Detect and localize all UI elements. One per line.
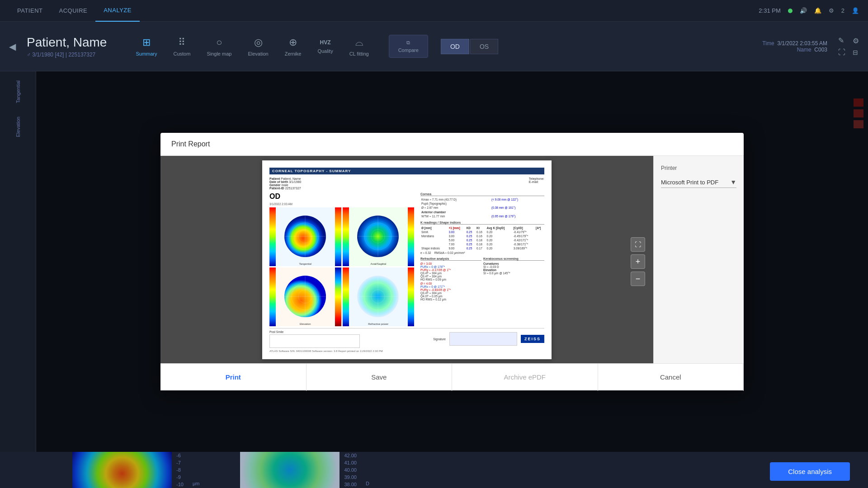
print-report-modal: Print Report CORNEAL TOPOGRAPHY - SUMMAR… — [160, 133, 744, 390]
sidebar: Tangential Elevation — [0, 71, 36, 488]
singlemap-icon: ○ — [216, 37, 222, 48]
bottom-topo-2 — [240, 452, 340, 488]
refractive-section: Refractive analysis Ø = 3.00 PURx ≈ 0 @ … — [420, 257, 481, 301]
edit-icon[interactable]: ✎ — [838, 36, 845, 45]
toolbar-quality[interactable]: HVZ Quality — [310, 36, 340, 57]
report-scan-time: 3/1/2022 2:03 AM — [269, 202, 414, 206]
summary-label: Summary — [136, 51, 157, 56]
printer-select[interactable]: Microsoft Print to PDF ▼ — [661, 177, 736, 188]
indices-table: Ø [mm]+1 [mm]KDKtAvg K [Dq/D][Cyl/D][A*]… — [420, 226, 544, 250]
elevation-sidebar-label: Elevation — [15, 117, 21, 137]
sidebar-item-tangential[interactable]: Tangential — [15, 80, 21, 103]
modal-overlay[interactable]: Print Report CORNEAL TOPOGRAPHY - SUMMAR… — [36, 71, 868, 452]
patient-meta: ♂ 3/1/1980 [42] | 225137327 — [27, 52, 107, 58]
toolbar-elevation[interactable]: ◎ Elevation — [241, 33, 275, 60]
rpt-patient-val: Patient, Name — [281, 177, 301, 180]
toolbar-zernike[interactable]: ⊕ Zernike — [278, 33, 309, 60]
map-refractive: Refractive power — [343, 267, 415, 326]
zoom-in-button[interactable]: + — [631, 254, 645, 269]
cornea-title: Cornea — [420, 192, 544, 196]
signature-field — [449, 332, 517, 346]
quality-icon: HVZ — [320, 39, 331, 46]
nav-analyze[interactable]: ANALYZE — [95, 0, 140, 22]
save-button[interactable]: Save — [307, 364, 453, 391]
nav-right-info: 2:31 PM 🔊 🔔 ⚙ 2 👤 — [759, 7, 859, 14]
analysis-sections: Refractive analysis Ø = 3.00 PURx ≈ 0 @ … — [420, 257, 544, 304]
zeiss-logo: ZEISS — [521, 335, 544, 343]
topo-svg-3 — [284, 275, 327, 318]
split-icon[interactable]: ⊟ — [853, 49, 859, 56]
rpt-id-label: Patient-ID — [269, 187, 284, 190]
toolbar-custom[interactable]: ⠿ Custom — [166, 33, 198, 60]
secondary-toolbar: ◀ Patient, Name ♂ 3/1/1980 [42] | 225137… — [0, 22, 868, 71]
refractive-map-label: Refractive power — [368, 323, 388, 325]
nav-patient[interactable]: PATIENT — [9, 0, 51, 22]
summary-icon: ⊞ — [142, 37, 151, 48]
close-analysis-button[interactable]: Close analysis — [770, 462, 850, 481]
right-icons: ✎ ⛶ — [838, 36, 845, 56]
tangential-map-label: Tangential — [299, 263, 311, 265]
indices-section: K readings / Shape indices Ø [mm]+1 [mm]… — [420, 221, 544, 254]
rpt-dob-label: Date of birth — [269, 180, 288, 183]
rpt-email: E-mail: — [529, 180, 544, 183]
singlemap-label: Single map — [207, 51, 231, 56]
colorbar-right-2 — [408, 207, 414, 266]
custom-label: Custom — [173, 51, 190, 56]
custom-icon: ⠿ — [178, 37, 185, 48]
topo-svg-4 — [357, 275, 400, 318]
back-button[interactable]: ◀ — [9, 41, 16, 52]
colorbar-right-3 — [335, 267, 341, 326]
zoom-out-button[interactable]: − — [631, 272, 645, 286]
topo-svg-2 — [357, 215, 400, 258]
topo-svg-1 — [284, 215, 327, 258]
scale-num-r4: 39.00 — [344, 474, 357, 480]
clfitting-label: CL fitting — [349, 51, 369, 56]
map-tangential: Tangential — [269, 207, 341, 266]
content-area: Print Report CORNEAL TOPOGRAPHY - SUMMAR… — [36, 71, 868, 488]
compare-button[interactable]: ⧉ Compare — [389, 35, 428, 58]
sidebar-item-elevation[interactable]: Elevation — [15, 117, 21, 137]
colorbar-right-1 — [335, 207, 341, 266]
nav-acquire[interactable]: ACQUIRE — [51, 0, 95, 22]
toolbar-singlemap[interactable]: ○ Single map — [199, 33, 239, 60]
report-patient-info: Patient Patient, Name Date of birth 3/1/… — [269, 177, 544, 190]
post-smile-box — [269, 334, 360, 348]
elevation-icon: ◎ — [254, 37, 263, 48]
rpt-patient-label: Patient — [269, 177, 280, 180]
od-button[interactable]: OD — [441, 39, 469, 54]
fullscreen-icon[interactable]: ⛶ — [838, 48, 845, 56]
scale-num-4: -9 — [176, 474, 184, 480]
gear-icon[interactable]: ⚙ — [853, 37, 859, 45]
elevation-label: Elevation — [248, 51, 268, 56]
scale-numbers-left: -6 -7 -8 -9 -10 — [172, 452, 188, 488]
report-footer-text: ATLAS Software S/N: 9401100008 Software … — [269, 350, 544, 352]
modal-body: CORNEAL TOPOGRAPHY - SUMMARY Patient Pat… — [160, 156, 744, 363]
print-button[interactable]: Print — [160, 364, 307, 391]
scale-unit-right: D — [361, 481, 374, 488]
dropdown-arrow-icon: ▼ — [730, 178, 736, 186]
colorbar-left-3 — [269, 267, 276, 326]
colorbar-left-2 — [343, 207, 349, 266]
archive-epdf-button[interactable]: Archive ePDF — [452, 364, 598, 391]
report-header-bar: CORNEAL TOPOGRAPHY - SUMMARY — [269, 168, 544, 174]
keratoconus-section: Keratoconus screening Curvatures SI ≈ -0… — [483, 257, 544, 301]
time-info: Time 3/1/2022 2:03:55 AM Name C003 — [762, 40, 827, 53]
right-icons-2: ⚙ ⊟ — [853, 37, 859, 56]
patient-info: Patient, Name ♂ 3/1/1980 [42] | 22513732… — [27, 35, 107, 58]
expand-button[interactable]: ⛶ — [631, 237, 645, 252]
scale-num-2: -7 — [176, 460, 184, 465]
tangential-label: Tangential — [15, 80, 21, 103]
user-icon: 👤 — [852, 7, 859, 14]
toolbar-summary[interactable]: ⊞ Summary — [128, 33, 164, 60]
refractive-data: Ø = 3.00 PURx ≈ 0 @ 178°* PURy ≈ -0.17/3… — [420, 262, 481, 301]
signature-label: Signature — [433, 338, 446, 341]
os-button[interactable]: OS — [470, 39, 498, 54]
toolbar-clfitting[interactable]: ⌓ CL fitting — [342, 33, 376, 60]
window-number: 2 — [841, 7, 844, 14]
od-os-toggle: OD OS — [441, 39, 498, 54]
name-value: C003 — [814, 47, 827, 53]
printer-label: Printer — [661, 165, 736, 171]
cancel-button[interactable]: Cancel — [598, 364, 744, 391]
scale-num-r1: 42.00 — [344, 453, 357, 458]
rpt-id-val: 225137327 — [285, 187, 301, 190]
